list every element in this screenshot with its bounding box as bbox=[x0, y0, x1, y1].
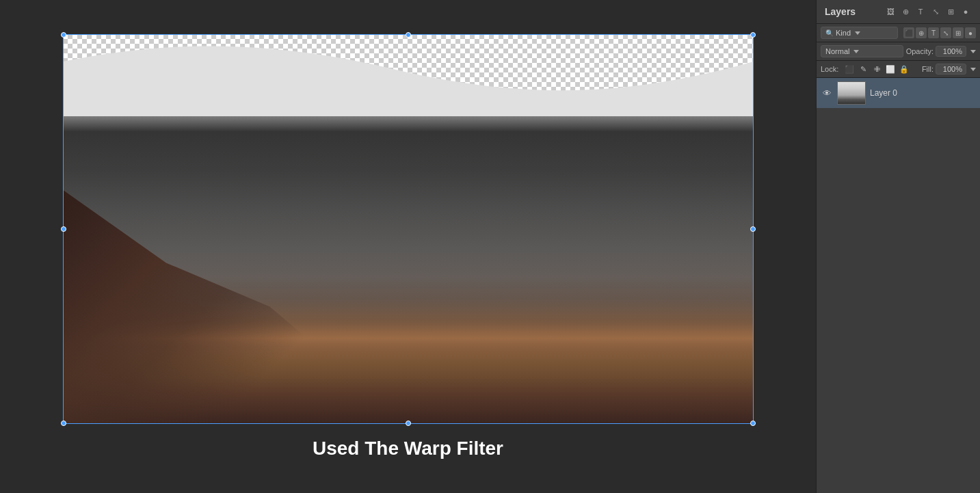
lock-artboard-icon[interactable]: ⬜ bbox=[885, 64, 896, 75]
blend-chevron-icon bbox=[853, 50, 859, 53]
adjust-icon-btn[interactable]: ⊕ bbox=[899, 5, 912, 18]
panel-header: Layers 🖼 ⊕ T ⤡ ⊞ ● bbox=[817, 0, 980, 24]
opacity-chevron-icon bbox=[970, 50, 976, 53]
canvas-image bbox=[63, 34, 754, 424]
kind-dropdown[interactable]: 🔍 Kind bbox=[821, 27, 898, 39]
blend-mode-dropdown[interactable]: Normal bbox=[821, 45, 903, 57]
layers-panel: Layers 🖼 ⊕ T ⤡ ⊞ ● 🔍 Kind ⬛ ⊕ T ⤡ ⊞ ● No… bbox=[816, 0, 980, 493]
opacity-control: Opacity: 100% bbox=[906, 46, 976, 57]
transform-icon-btn[interactable]: ⤡ bbox=[929, 5, 942, 18]
filter-smart-icon[interactable]: ⊞ bbox=[953, 27, 964, 38]
fill-value[interactable]: 100% bbox=[936, 64, 966, 75]
kind-chevron-icon bbox=[855, 31, 860, 35]
panel-header-icons: 🖼 ⊕ T ⤡ ⊞ ● bbox=[884, 5, 972, 18]
lock-icons: ⬛ ✎ ✙ ⬜ 🔒 bbox=[844, 64, 910, 75]
filter-shape-icon[interactable]: ⤡ bbox=[940, 27, 951, 38]
canvas-wrapper bbox=[63, 34, 754, 424]
opacity-label: Opacity: bbox=[906, 47, 933, 55]
opacity-value[interactable]: 100% bbox=[936, 46, 966, 57]
caption-text: Used The Warp Filter bbox=[313, 438, 503, 459]
kind-label: Kind bbox=[836, 29, 851, 37]
terrain-left bbox=[63, 131, 408, 424]
layer-thumbnail bbox=[837, 81, 866, 105]
text-icon-btn[interactable]: T bbox=[914, 5, 927, 18]
layer-item[interactable]: 👁 Layer 0 bbox=[817, 78, 980, 108]
blend-row: Normal Opacity: 100% bbox=[817, 42, 980, 61]
panel-bottom bbox=[817, 108, 980, 493]
filter-adjust-icon[interactable]: ⊕ bbox=[916, 27, 927, 38]
lock-all-icon[interactable]: 🔒 bbox=[899, 64, 910, 75]
lock-row: Lock: ⬛ ✎ ✙ ⬜ 🔒 Fill: 100% bbox=[817, 61, 980, 78]
lock-pixel-icon[interactable]: ⬛ bbox=[844, 64, 855, 75]
fill-chevron-icon bbox=[970, 68, 976, 71]
search-icon: 🔍 bbox=[825, 29, 834, 37]
lock-paint-icon[interactable]: ✎ bbox=[858, 64, 869, 75]
panel-title: Layers bbox=[825, 6, 856, 17]
fill-label: Fill: bbox=[922, 65, 933, 73]
filter-pixel-icon[interactable]: ⬛ bbox=[903, 27, 914, 38]
layer-visibility-toggle[interactable]: 👁 bbox=[821, 87, 833, 99]
filter-bar: 🔍 Kind ⬛ ⊕ T ⤡ ⊞ ● bbox=[817, 24, 980, 42]
fill-control: Fill: 100% bbox=[922, 64, 976, 75]
filter-circle-icon[interactable]: ● bbox=[965, 27, 976, 38]
warp-curve-svg bbox=[63, 34, 754, 116]
blend-mode-label: Normal bbox=[825, 47, 849, 55]
canvas-area: Used The Warp Filter bbox=[0, 0, 816, 493]
lock-position-icon[interactable]: ✙ bbox=[871, 64, 882, 75]
caption: Used The Warp Filter bbox=[313, 438, 503, 459]
image-icon-btn[interactable]: 🖼 bbox=[884, 5, 897, 18]
lock-label: Lock: bbox=[821, 65, 838, 73]
layer-name: Layer 0 bbox=[870, 88, 897, 98]
layer-thumb-image bbox=[838, 82, 865, 104]
filter-text-icon[interactable]: T bbox=[928, 27, 939, 38]
filter-icons: ⬛ ⊕ T ⤡ ⊞ ● bbox=[903, 27, 976, 38]
filter-icon-btn[interactable]: ⊞ bbox=[944, 5, 957, 18]
circle-icon-btn[interactable]: ● bbox=[959, 5, 972, 18]
